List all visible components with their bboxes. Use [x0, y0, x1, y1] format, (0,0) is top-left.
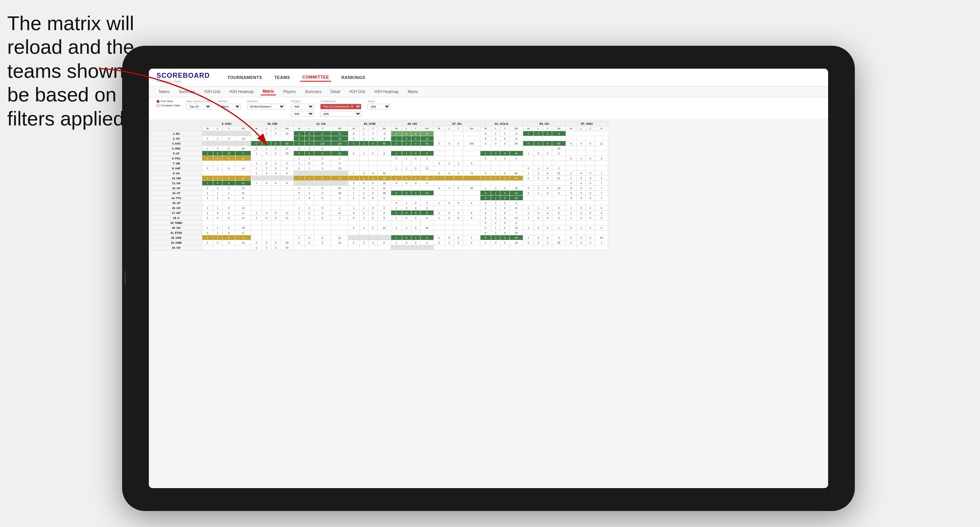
- max-teams-label: Max teams in view: [186, 100, 211, 103]
- conference-select-2[interactable]: (All): [320, 111, 361, 117]
- table-row: 5. UT 10220 14035 01022 0100 1102 11040 …: [151, 151, 608, 156]
- table-row: 12. UV 22012 21022 22012 02030 12018 010…: [151, 186, 608, 191]
- sub-nav-h2h-grid2[interactable]: H2H Grid: [347, 88, 367, 95]
- team-select[interactable]: (All): [368, 104, 390, 109]
- main-nav-rankings[interactable]: RANKINGS: [339, 74, 368, 81]
- filters-bar: Full View Compact View Max teams in view…: [149, 97, 828, 119]
- main-nav-committee[interactable]: COMMITTEE: [300, 73, 332, 82]
- conference-label: Conference: [320, 100, 361, 103]
- table-row: 8. UAF 01014 1200 01015 11011 0102: [151, 166, 608, 171]
- sub-nav-players[interactable]: Players: [281, 88, 298, 95]
- sub-nav-detail[interactable]: Detail: [329, 88, 342, 95]
- table-row: 10. UW 10010 13011 13030 11026 21044 120…: [151, 176, 608, 181]
- tablet-side-button: [124, 271, 126, 286]
- gender-select[interactable]: Men's Women's: [218, 104, 241, 109]
- table-row: 16. UO 21014 1201 1100 1004 11013 1100 1…: [151, 206, 608, 210]
- main-nav-teams[interactable]: TEAMS: [272, 74, 292, 81]
- main-nav-tournaments[interactable]: TOURNAMENTS: [225, 74, 264, 81]
- full-view-radio[interactable]: [156, 100, 160, 103]
- table-row: 21. ETSU 0100 01016: [151, 230, 608, 235]
- sub-nav-summary[interactable]: Summary: [177, 88, 197, 95]
- team-label: Team: [368, 100, 390, 103]
- table-row: 1. AU 12023 20027 010-5 1008 010-3 1009: [151, 131, 608, 136]
- table-row: 4. UNC 10036 01011 0100 29: [151, 146, 608, 151]
- conference-group: Conference Pac-12 Conference ▼ (All) (Al…: [320, 100, 361, 117]
- tablet-frame: SCOREBOARD Powered by clippd TOURNAMENTS…: [122, 46, 855, 511]
- region-select-2[interactable]: N/A: [291, 111, 314, 117]
- division-group: Division NCAA Division I NCAA Division I…: [247, 100, 285, 109]
- table-row: 17. GIT 10011 10011 10011 0105 1008 1009…: [151, 210, 608, 215]
- table-row: 15. UF 0100 1004 0103: [151, 201, 608, 206]
- compact-view-radio[interactable]: [156, 104, 160, 107]
- sub-nav-h2h-heatmap2[interactable]: H2H Heatmap: [372, 88, 400, 95]
- table-row: 20. UG 110-34 01023 11040 01019 1001 010…: [151, 225, 608, 230]
- table-row: 7. UM 1200 1000 0210: [151, 161, 608, 166]
- bottom-toolbar: ↩ ↪ ↻ | ⊕ ⊖ 1:1 | ⏱ | 👁 View: Original 💾…: [149, 485, 828, 488]
- compact-view-option[interactable]: Compact View: [156, 104, 180, 107]
- division-label: Division: [247, 100, 285, 103]
- app-logo: SCOREBOARD: [156, 72, 210, 80]
- matrix-container[interactable]: 3. ASU 10. UW 11. UA 22. UCB 24. UO 27. …: [149, 119, 828, 485]
- region-group: Region N/A West East N/A: [291, 100, 314, 117]
- sub-nav-matrix2[interactable]: Matrix: [406, 88, 420, 95]
- app-header: SCOREBOARD Powered by clippd TOURNAMENTS…: [149, 69, 828, 87]
- sub-nav-matrix[interactable]: Matrix: [261, 88, 276, 95]
- division-select[interactable]: NCAA Division I NCAA Division II NCAA Di…: [247, 104, 285, 109]
- table-row: 18. U 20011 10011 1101 0105 1008 1009 01…: [151, 215, 608, 220]
- sub-nav-h2h-heatmap[interactable]: H2H Heatmap: [227, 88, 255, 95]
- max-teams-select[interactable]: Top 25 Top 50 All: [186, 104, 211, 109]
- table-row: 3. ASU 04080 50120120 02048 01052 000160…: [151, 141, 608, 146]
- table-row: 19. TAMU 0100: [151, 220, 608, 225]
- table-row: 13. UT 21122 02030 12026 22012 01019 010…: [151, 191, 608, 196]
- view-toggle-group: Full View Compact View: [156, 100, 180, 107]
- table-row: 6. FSU 10011 1101 0102 0101 0102: [151, 156, 608, 161]
- sub-nav-teams[interactable]: Teams: [156, 88, 171, 95]
- sub-nav-h2h-grid[interactable]: H2H Grid: [202, 88, 222, 95]
- logo-area: SCOREBOARD Powered by clippd: [156, 72, 210, 83]
- table-row: 22. UCB 1303 14012 0010 1001 01044 1003 …: [151, 235, 608, 240]
- region-select[interactable]: N/A West East: [291, 104, 314, 109]
- matrix-table: 3. ASU 10. UW 11. UA 22. UCB 24. UO 27. …: [150, 121, 608, 250]
- compact-view-label: Compact View: [161, 104, 180, 107]
- sub-nav: Teams Summary H2H Grid H2H Heatmap Matri…: [149, 87, 828, 97]
- sub-nav-summary2[interactable]: Summary: [303, 88, 323, 95]
- region-label: Region: [291, 100, 314, 103]
- app-logo-sub: Powered by clippd: [156, 80, 210, 83]
- full-view-label: Full View: [161, 100, 173, 103]
- conference-select[interactable]: Pac-12 Conference ▼ (All): [320, 104, 361, 109]
- main-nav: TOURNAMENTS TEAMS COMMITTEE RANKINGS: [225, 73, 368, 82]
- table-row: 24. UO 02029: [151, 245, 608, 250]
- gender-group: Gender Men's Women's: [218, 100, 241, 109]
- full-view-option[interactable]: Full View: [156, 100, 180, 103]
- table-row: 14. TTU 1100 1303 1000 01029 3007: [151, 196, 608, 201]
- table-row: 11. UA 10010 1008 30018 4000 3007: [151, 181, 608, 186]
- table-row: 9. UA 1300 13032 04172 21068 12051 1451: [151, 171, 608, 176]
- table-row: 23. UNM 200-21 20025 02020 0010 1001 010…: [151, 240, 608, 245]
- tablet-screen: SCOREBOARD Powered by clippd TOURNAMENTS…: [149, 69, 828, 488]
- max-teams-group: Max teams in view Top 25 Top 50 All: [186, 100, 211, 109]
- team-group: Team (All): [368, 100, 390, 109]
- gender-label: Gender: [218, 100, 241, 103]
- table-row: 2. VU 120-12 20018 010-6 10014 010-9: [151, 136, 608, 141]
